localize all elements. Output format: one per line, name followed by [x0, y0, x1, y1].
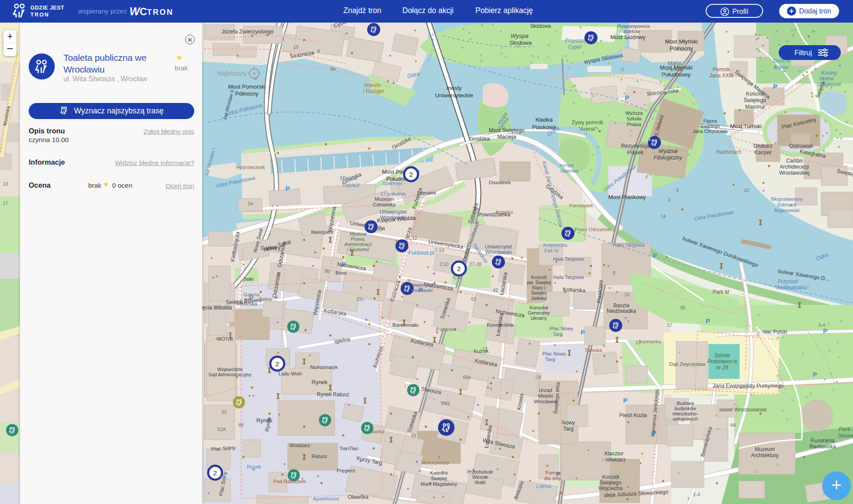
svg-text:P: P — [653, 252, 657, 259]
svg-text:Wodziarz: Wodziarz — [289, 443, 310, 448]
svg-text:Hala Targowa: Hala Targowa — [553, 275, 584, 280]
svg-text:Hala Targowa: Hala Targowa — [613, 242, 644, 248]
svg-text:Błogosławiony: Błogosławiony — [771, 196, 803, 202]
svg-text:Dąb Zwycięstwa: Dąb Zwycięstwa — [669, 361, 706, 367]
svg-text:Marii Magdaleny: Marii Magdaleny — [421, 481, 458, 487]
svg-text:Świętego: Świętego — [743, 97, 766, 103]
svg-text:8: 8 — [317, 49, 320, 54]
svg-text:i bagienne: i bagienne — [817, 81, 841, 87]
svg-text:4A: 4A — [730, 422, 736, 428]
svg-text:Targ: Targ — [553, 332, 562, 337]
svg-text:3: 3 — [668, 197, 670, 202]
svg-text:Szermier: Szermier — [382, 181, 402, 186]
svg-text:Feniks: Feniks — [667, 66, 683, 73]
svg-text:Pomnik: Pomnik — [713, 66, 730, 73]
svg-text:Wrocławia: Wrocławia — [534, 399, 557, 404]
svg-text:ApartHostel: ApartHostel — [313, 496, 339, 501]
svg-text:Plac Nowy: Plac Nowy — [550, 326, 574, 331]
svg-text:Oławska: Oławska — [348, 494, 368, 500]
svg-text:Przystań: Przystań — [778, 279, 798, 285]
svg-text:Pacanów: Pacanów — [436, 327, 457, 332]
svg-text:Wojewódzki: Wojewódzki — [217, 367, 243, 372]
svg-text:Uniwersytet: Uniwersytet — [380, 209, 407, 215]
svg-text:10: 10 — [293, 44, 299, 50]
svg-text:Yunnanka: Yunnanka — [639, 339, 661, 344]
svg-text:i Ekonomii: i Ekonomii — [347, 247, 369, 252]
svg-text:P: P — [623, 397, 627, 404]
svg-text:Wrocławskiej: Wrocławskiej — [779, 170, 810, 176]
svg-text:Pracz Odrzański: Pracz Odrzański — [574, 227, 611, 232]
svg-text:Racławicka: Racławicka — [810, 444, 836, 450]
svg-text:Kościół: Kościół — [746, 91, 764, 97]
svg-text:Wanda: Wanda — [364, 82, 381, 88]
svg-text:Maria: Maria — [668, 60, 681, 66]
svg-text:Nowy: Nowy — [562, 420, 575, 426]
svg-text:Rynek: Rynek — [312, 379, 328, 385]
svg-text:Szkoła: Szkoła — [627, 116, 642, 121]
svg-text:Bojanowski: Bojanowski — [774, 208, 800, 213]
svg-text:Ossolinek: Ossolinek — [489, 180, 511, 185]
svg-text:Pomoc: Pomoc — [545, 470, 561, 475]
svg-text:1a: 1a — [248, 201, 253, 206]
svg-text:Lady Woln: Lady Woln — [279, 371, 302, 376]
svg-text:Funboat.pl: Funboat.pl — [408, 250, 434, 256]
svg-text:Cypel: Cypel — [568, 44, 581, 50]
svg-text:13: 13 — [3, 181, 8, 186]
svg-text:Kładka: Kładka — [535, 116, 553, 123]
svg-text:Pieśń Kozła: Pieśń Kozła — [619, 412, 647, 418]
svg-text:17 południk: 17 południk — [380, 191, 406, 196]
svg-text:35: 35 — [680, 305, 685, 310]
svg-text:Fali IV: Fali IV — [544, 248, 559, 253]
svg-text:Wrocławski: Wrocławski — [380, 215, 406, 221]
svg-text:Klary i: Klary i — [532, 285, 546, 290]
svg-text:P: P — [581, 328, 585, 336]
svg-text:Figura: Figura — [703, 118, 717, 123]
svg-text:Panorama: Panorama — [810, 438, 835, 444]
svg-text:Literatek: Literatek — [417, 190, 436, 196]
svg-text:"Arena": "Arena" — [578, 126, 597, 132]
svg-text:Grodzka: Grodzka — [469, 136, 490, 142]
svg-text:P: P — [625, 94, 629, 101]
svg-text:Muzeum: Muzeum — [755, 446, 775, 452]
svg-text:Urząd: Urząd — [539, 388, 552, 393]
svg-text:ęcia Witolda: ęcia Witolda — [202, 305, 232, 311]
svg-text:Park M: Park M — [713, 289, 729, 295]
svg-text:błotne: błotne — [820, 76, 834, 82]
svg-text:Topacz: Topacz — [342, 182, 360, 188]
svg-text:13: 13 — [635, 340, 641, 345]
svg-text:Marina: Marina — [340, 175, 357, 181]
svg-text:Parostatek: Parostatek — [569, 203, 593, 208]
svg-text:Hala Targowa: Hala Targowa — [553, 256, 584, 262]
svg-text:Świętej: Świętej — [431, 476, 447, 481]
svg-text:Bankomatki: Bankomatki — [392, 322, 418, 328]
svg-text:Park-Ju: Park-Ju — [839, 426, 853, 432]
svg-text:Motocyklista: Motocyklista — [422, 460, 449, 465]
svg-text:Niedźwiadka: Niedźwiadka — [607, 308, 636, 314]
svg-text:Jana XXIII: Jana XXIII — [709, 73, 733, 79]
svg-text:Baszta: Baszta — [614, 302, 630, 308]
svg-text:Sąd Administracyjny: Sąd Administracyjny — [208, 372, 252, 377]
svg-text:Most Tumski: Most Tumski — [730, 123, 762, 129]
svg-text:P: P — [823, 327, 827, 335]
svg-text:Świętej: Świętej — [531, 290, 546, 295]
svg-text:Północny: Północny — [670, 45, 693, 52]
svg-text:Szkoła: Szkoła — [714, 352, 730, 358]
svg-text:Kościół: Kościół — [531, 275, 547, 280]
svg-text:ścieków: ścieków — [624, 29, 641, 34]
svg-text:Świętego: Świętego — [700, 123, 720, 129]
svg-text:Wyższa: Wyższa — [625, 110, 643, 116]
svg-text:Kosiny: Kosiny — [821, 70, 837, 76]
svg-text:52: 52 — [471, 296, 476, 302]
svg-text:C10: C10 — [440, 262, 448, 267]
svg-text:1: 1 — [269, 214, 272, 219]
svg-text:Słodowa: Słodowa — [530, 23, 551, 29]
svg-text:9: 9 — [613, 270, 615, 275]
svg-text:Wydział: Wydział — [350, 231, 367, 236]
svg-text:Księżnicka: Księżnicka — [543, 242, 568, 248]
svg-text:P: P — [706, 317, 710, 325]
svg-text:Katedra: Katedra — [430, 470, 448, 475]
svg-text:Lothus: Lothus — [536, 484, 551, 489]
svg-text:Filologiczny: Filologiczny — [654, 155, 682, 161]
svg-text:Most Piaskowy: Most Piaskowy — [608, 194, 646, 200]
svg-text:7-10: 7-10 — [435, 248, 444, 253]
